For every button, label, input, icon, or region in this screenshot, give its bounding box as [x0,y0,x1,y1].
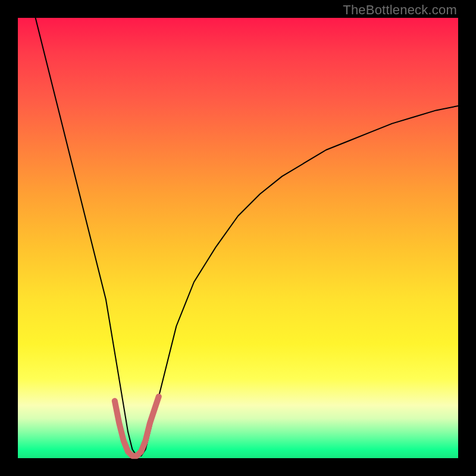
bottleneck-curve [36,18,458,456]
chart-svg [18,18,458,458]
highlight-segment [115,396,159,456]
chart-frame [18,18,458,458]
watermark-text: TheBottleneck.com [343,2,457,18]
